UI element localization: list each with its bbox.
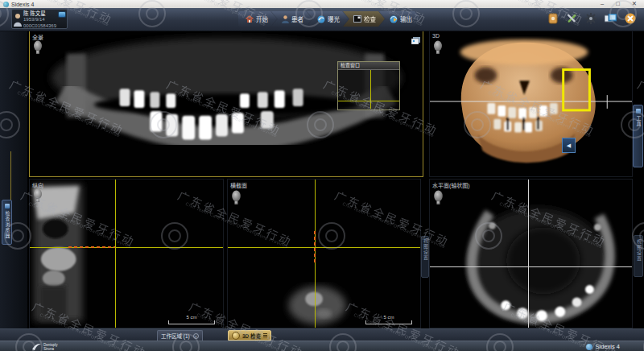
status-right: Sidexis 4 — [586, 343, 620, 350]
nav-output-label: 输出 — [400, 14, 412, 23]
minimize-button[interactable]: – — [601, 0, 604, 8]
view-settings-middle-label: 视图设置 — [423, 238, 428, 261]
exam-window-crosshair-h[interactable] — [338, 101, 399, 101]
scale-label: 5 cm — [168, 315, 215, 320]
connection-status-icon — [586, 344, 592, 350]
exam-window-box[interactable]: 检查窗口 — [337, 61, 400, 110]
nav-examination-label: 检查 — [364, 14, 376, 23]
brand-line2: Sirona — [43, 347, 58, 351]
main-toolbar: 陈 陈文星 1953/9/14 000C01584369 开始 患者 曝光 检查… — [0, 8, 644, 31]
crosshair-vertical[interactable] — [528, 180, 529, 328]
app-icon — [3, 2, 9, 7]
dentsply-sirona-swoosh-icon — [32, 343, 41, 350]
skull-3d-render — [430, 31, 632, 176]
workspace-tab-label: 工作区域 (1) — [161, 332, 190, 340]
expand-tools-arrow-button[interactable]: ◀ — [562, 138, 576, 153]
axial-view[interactable]: 水平面(轴状图) — [429, 179, 633, 328]
orientation-head-icon — [433, 190, 444, 208]
lightbox-icon[interactable] — [548, 13, 558, 24]
scale-ruler: 5 cm — [168, 315, 215, 324]
axial-label: 水平面(轴状图) — [432, 181, 470, 189]
crosshair-horizontal[interactable] — [430, 266, 632, 267]
cross-section-label: 横截面 — [230, 181, 247, 189]
exam-window-crosshair-v[interactable] — [370, 70, 371, 109]
phase-navigation: 开始 患者 曝光 检查 输出 — [238, 11, 421, 27]
orientation-head-icon — [433, 40, 443, 57]
axial-slice-image — [430, 180, 632, 328]
left-flyout-rail — [0, 31, 27, 328]
sagittal-view[interactable]: 纵向 5 cm — [29, 179, 224, 328]
toolbar-right-icons — [548, 11, 636, 26]
close-exam-icon[interactable] — [625, 13, 636, 24]
nav-start-label: 开始 — [256, 14, 268, 23]
patient-id: 000C01584369 — [23, 23, 65, 30]
tab-3d-exam[interactable]: 3D 检查 — [228, 330, 271, 341]
nav-output-button[interactable]: 输出 — [379, 11, 421, 27]
sidexis-window: { "window": { "title": "Sidexis 4", "min… — [0, 0, 644, 351]
patient-dob: 1953/9/14 — [23, 17, 65, 23]
gallery-stack-icon[interactable] — [411, 33, 420, 47]
home-icon — [246, 15, 254, 23]
exam-window-body — [338, 70, 399, 109]
exam-medal-icon — [232, 332, 240, 340]
panorama-view[interactable]: 全景 检查窗口 — [29, 31, 423, 177]
examination-icon — [353, 15, 361, 23]
orientation-head-icon — [33, 40, 43, 57]
patient-icon — [282, 15, 289, 23]
flyout-tab-view-settings-right[interactable]: 视图设置 — [634, 235, 643, 277]
tab-workspace-1[interactable]: 工作区域 (1) ✕ — [157, 330, 203, 341]
scale-bar — [365, 320, 412, 324]
brand-logo: Dentsply Sirona — [32, 343, 58, 351]
orientation-head-icon — [231, 190, 242, 208]
cross-section-slice-image — [228, 180, 420, 328]
patient-sync-icon[interactable] — [59, 12, 65, 17]
slice-range-marker[interactable] — [68, 246, 115, 248]
exam-browser-icon — [5, 204, 10, 209]
exam-tab-label: 3D 检查 — [242, 332, 261, 340]
window-controls: – □ ✕ — [601, 0, 644, 8]
crosshair-horizontal[interactable] — [30, 247, 223, 248]
exposure-icon — [317, 15, 325, 23]
scale-label: 5 cm — [365, 315, 412, 320]
volume-3d-view[interactable]: 3D ◀ — [429, 31, 633, 177]
slice-range-marker[interactable] — [314, 231, 316, 263]
exam-browser-label: 检查浏览器 — [4, 211, 10, 239]
exam-window-title: 检查窗口 — [338, 62, 399, 70]
pin-icon[interactable] — [263, 333, 267, 337]
output-icon — [390, 15, 398, 23]
nav-patient-button[interactable]: 患者 — [271, 11, 312, 27]
volume-3d-label: 3D — [432, 33, 440, 39]
tools-flyout-icon — [636, 109, 641, 114]
orientation-head-icon — [33, 188, 43, 205]
flyout-tab-view-settings-middle[interactable]: 视图设置 — [421, 236, 429, 278]
tools-icon[interactable] — [566, 13, 577, 24]
maximize-button[interactable]: □ — [616, 0, 620, 8]
title-bar: Sidexis 4 – □ ✕ — [0, 0, 644, 8]
nav-exposure-button[interactable]: 曝光 — [307, 11, 349, 27]
screens-icon[interactable] — [605, 14, 617, 23]
close-button[interactable]: ✕ — [632, 0, 637, 8]
scale-ruler: 5 cm — [365, 315, 412, 324]
nav-examination-button[interactable]: 检查 — [343, 11, 385, 27]
sagittal-slice-image — [30, 180, 223, 328]
tools-flyout-label: 工具 — [635, 116, 641, 127]
patient-photo-icon — [14, 13, 22, 30]
patient-info-block[interactable]: 陈 陈文星 1953/9/14 000C01584369 — [11, 9, 68, 29]
scale-bar — [168, 320, 215, 324]
window-title: Sidexis 4 — [11, 2, 34, 7]
nav-patient-label: 患者 — [291, 14, 303, 23]
cross-section-view[interactable]: 横截面 5 cm — [227, 179, 421, 328]
status-bar: Dentsply Sirona Sidexis 4 — [0, 341, 644, 351]
workspace-tab-bar: 工作区域 (1) ✕ 3D 检查 — [0, 328, 644, 341]
workspace-tab-close-icon[interactable]: ✕ — [193, 333, 199, 339]
crosshair-horizontal[interactable] — [228, 247, 420, 248]
flyout-tab-tools[interactable]: 工具 — [633, 105, 643, 167]
nav-start-button[interactable]: 开始 — [238, 11, 277, 27]
view-settings-right-label: 视图设置 — [636, 239, 642, 262]
brand-line1: Dentsply — [43, 343, 58, 347]
nav-exposure-label: 曝光 — [328, 14, 340, 23]
settings-gear-icon[interactable] — [585, 13, 597, 24]
flyout-tab-exam-browser[interactable]: 检查浏览器 — [2, 200, 12, 245]
crosshair-vertical[interactable] — [115, 180, 116, 328]
status-app-name: Sidexis 4 — [596, 343, 620, 350]
